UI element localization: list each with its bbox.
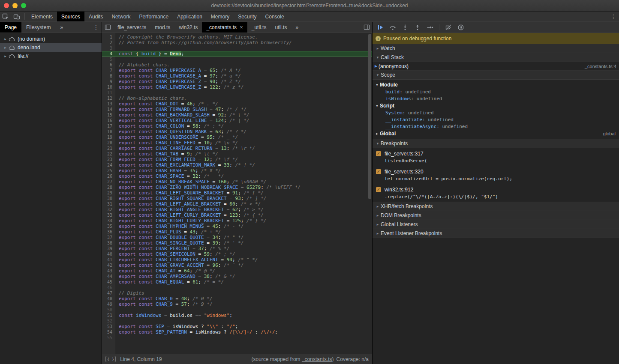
line-number[interactable]: 55 — [102, 335, 115, 340]
breakpoint-checkbox[interactable]: ✓ — [376, 169, 381, 174]
line-number[interactable]: 50 — [102, 307, 115, 313]
line-number[interactable]: 54 — [102, 329, 115, 335]
main-tab-sources[interactable]: Sources — [57, 12, 84, 21]
section-dom-breakpoints[interactable]: ▸DOM Breakpoints — [373, 211, 619, 220]
main-tab-audits[interactable]: Audits — [84, 12, 107, 21]
section-call-stack[interactable]: ▾ Call Stack — [373, 53, 619, 62]
breakpoint-entry[interactable]: ✓file_server.ts:320let normalizedUrl = p… — [373, 166, 619, 184]
line-number[interactable]: 27 — [102, 179, 115, 185]
line-number[interactable]: 51 — [102, 313, 115, 318]
line-number[interactable]: 28 — [102, 185, 115, 190]
main-tab-console[interactable]: Console — [261, 12, 288, 21]
line-number[interactable]: 31 — [102, 201, 115, 207]
line-number[interactable]: 43 — [102, 268, 115, 274]
line-number[interactable]: 38 — [102, 240, 115, 246]
source-map-link[interactable]: _constants.ts — [302, 356, 332, 362]
editor-tab-util-ts[interactable]: util.ts — [270, 22, 291, 33]
line-number[interactable]: 7 — [102, 68, 115, 73]
step-out-button[interactable] — [413, 23, 422, 32]
section-scope[interactable]: ▾ Scope — [373, 71, 619, 80]
tree-item-no-domain[interactable]: ▸(no domain) — [0, 35, 102, 43]
section-breakpoints[interactable]: ▾ Breakpoints — [373, 139, 619, 148]
step-into-button[interactable] — [401, 23, 409, 32]
line-number[interactable]: 26 — [102, 173, 115, 179]
tree-item-file[interactable]: ▸file:// — [0, 52, 102, 60]
breakpoint-checkbox[interactable]: ✓ — [376, 151, 381, 156]
line-number[interactable]: 1 — [102, 34, 115, 40]
line-number[interactable]: 25 — [102, 168, 115, 173]
line-number[interactable]: 39 — [102, 246, 115, 251]
navigator-tab-item[interactable]: » — [55, 22, 68, 33]
line-number[interactable]: 35 — [102, 224, 115, 229]
zoom-window-button[interactable] — [21, 3, 26, 8]
main-tab-elements[interactable]: Elements — [27, 12, 57, 21]
line-number[interactable]: 3 — [102, 45, 115, 51]
breakpoint-entry[interactable]: ✓file_server.ts:317listenAndServe( — [373, 148, 619, 166]
line-number[interactable]: 23 — [102, 157, 115, 162]
main-tab-application[interactable]: Application — [173, 12, 207, 21]
line-number[interactable]: 44 — [102, 274, 115, 279]
breakpoint-entry[interactable]: ✓win32.ts:912.replace(/^\/*([A-Za-z]:)(\… — [373, 184, 619, 202]
line-number[interactable]: 53 — [102, 324, 115, 329]
line-number[interactable]: 11 — [102, 90, 115, 95]
close-window-button[interactable] — [4, 3, 9, 8]
scope-node-module[interactable]: ▾Module — [373, 81, 619, 88]
editor-scrollbar[interactable] — [368, 34, 371, 199]
step-over-button[interactable] — [388, 23, 397, 32]
section-event-listener-breakpoints[interactable]: ▸Event Listener Breakpoints — [373, 229, 619, 238]
line-number[interactable]: 46 — [102, 285, 115, 290]
line-number[interactable]: 52 — [102, 318, 115, 324]
navigator-tab-page[interactable]: Page — [0, 22, 21, 33]
breakpoint-checkbox[interactable]: ✓ — [376, 187, 381, 192]
line-number[interactable]: 30 — [102, 196, 115, 201]
line-number[interactable]: 19 — [102, 134, 115, 140]
line-number[interactable]: 22 — [102, 151, 115, 157]
line-number[interactable]: 41 — [102, 257, 115, 263]
line-number[interactable]: 20 — [102, 140, 115, 146]
source-editor[interactable]: 1// Copyright the Browserify authors. MI… — [102, 33, 372, 354]
line-number[interactable]: 18 — [102, 129, 115, 134]
line-number[interactable]: 24 — [102, 162, 115, 168]
line-number[interactable]: 8 — [102, 73, 115, 79]
editor-tab-mod-ts[interactable]: mod.ts — [150, 22, 174, 33]
line-number[interactable]: 16 — [102, 118, 115, 123]
editor-tab-win32-ts[interactable]: win32.ts — [174, 22, 202, 33]
main-tab-security[interactable]: Security — [234, 12, 261, 21]
line-number[interactable]: 36 — [102, 229, 115, 235]
editor-tab-file-server-ts[interactable]: file_server.ts — [113, 22, 150, 33]
section-xhr-fetch-breakpoints[interactable]: ▸XHR/fetch Breakpoints — [373, 202, 619, 211]
line-number[interactable]: 42 — [102, 263, 115, 268]
section-global-listeners[interactable]: ▸Global Listeners — [373, 220, 619, 229]
line-number[interactable]: 2 — [102, 40, 115, 45]
scope-node-global[interactable]: ▸Globalglobal — [373, 130, 619, 137]
inspect-element-button[interactable] — [0, 12, 11, 21]
toggle-debugger-sidebar-button[interactable] — [361, 22, 372, 33]
minimize-window-button[interactable] — [12, 3, 18, 8]
navigator-menu-button[interactable]: ⋮ — [90, 22, 102, 33]
line-number[interactable]: 12 — [102, 95, 115, 101]
section-watch[interactable]: ▸ Watch — [373, 44, 619, 53]
step-button[interactable] — [426, 23, 434, 32]
line-number[interactable]: 10 — [102, 84, 115, 90]
line-number[interactable]: 6 — [102, 62, 115, 68]
scope-property[interactable]: System: undefined — [373, 109, 619, 116]
line-number[interactable]: 47 — [102, 290, 115, 296]
main-tab-network[interactable]: Network — [107, 12, 135, 21]
line-number[interactable]: 40 — [102, 251, 115, 257]
line-number[interactable]: 21 — [102, 146, 115, 151]
scope-property[interactable]: __instantiate: undefined — [373, 116, 619, 123]
line-number[interactable]: 32 — [102, 207, 115, 212]
line-number[interactable]: 45 — [102, 279, 115, 285]
pause-on-exceptions-button[interactable] — [457, 23, 465, 32]
pretty-print-button[interactable]: { } — [105, 356, 116, 362]
editor-tab-constants-ts[interactable]: _constants.ts× — [202, 22, 247, 33]
line-number[interactable]: 9 — [102, 79, 115, 84]
scope-property[interactable]: __instantiateAsync: undefined — [373, 123, 619, 130]
deactivate-breakpoints-button[interactable] — [444, 23, 453, 32]
line-number[interactable]: 17 — [102, 123, 115, 129]
line-number[interactable]: 49 — [102, 301, 115, 307]
line-number[interactable]: 13 — [102, 101, 115, 107]
scope-node-script[interactable]: ▾Script — [373, 102, 619, 109]
line-number[interactable]: 15 — [102, 112, 115, 118]
line-number[interactable]: 48 — [102, 296, 115, 301]
